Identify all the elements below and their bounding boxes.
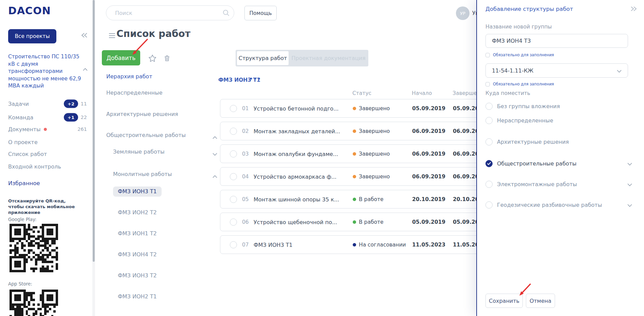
status-dot-icon — [353, 130, 356, 133]
row-status: Завершено — [359, 105, 390, 112]
required-hint: Обязательно для заполнения — [485, 53, 554, 57]
document-select[interactable]: 11-54-1.11-КЖ — [485, 63, 628, 78]
chevron-down-icon[interactable] — [627, 160, 632, 167]
tree-item[interactable]: ФМЗ ИОН4 Т2 — [118, 250, 157, 260]
sidebar-scrollbar-thumb[interactable] — [93, 0, 95, 262]
table-row[interactable]: 03 Монтаж опалубки фундаме... Завершено … — [220, 144, 495, 163]
trash-icon[interactable] — [163, 54, 171, 64]
row-start-date: 06.09.2019 — [412, 151, 445, 157]
search-input[interactable] — [106, 5, 234, 20]
tree-item[interactable]: Нераспределенные — [106, 88, 162, 98]
tree-item[interactable]: ФМЗ ИОН2 Т2 — [118, 208, 157, 218]
tree-item[interactable]: Общестроительные работы — [106, 130, 186, 140]
row-work-name: ФМЗ ИОН3 Т1 — [254, 241, 293, 248]
count: 11 — [73, 101, 87, 106]
user-avatar[interactable]: УР — [456, 6, 470, 20]
tree-item[interactable]: Монолитные работы — [113, 169, 172, 179]
chevron-down-icon[interactable] — [627, 202, 632, 208]
row-select-radio[interactable] — [230, 218, 237, 225]
panel-collapse-icon[interactable] — [630, 6, 637, 13]
tree-item[interactable]: ФМЗ ИОН3 Т1 — [113, 186, 162, 197]
tree-item[interactable]: ФМЗ ИОН2 Т1 — [118, 292, 157, 302]
chevron-up-icon[interactable] — [83, 66, 88, 72]
chevron-down-icon[interactable] — [627, 181, 632, 187]
placement-option[interactable]: Электромонтажные работы — [485, 179, 636, 189]
row-start-date: 06.09.2019 — [412, 128, 445, 134]
tree-item[interactable]: Архитектурные решения — [106, 109, 178, 119]
placement-option-label: Архитектурные решения — [497, 139, 569, 145]
row-select-radio[interactable] — [230, 196, 237, 203]
table-row[interactable]: 06 Устройство щебеночной по... В работе … — [220, 213, 495, 231]
row-select-radio[interactable] — [230, 127, 237, 135]
radio-icon[interactable] — [485, 138, 493, 145]
status-dot-icon — [353, 175, 356, 178]
sidebar-item[interactable]: О проекте — [8, 138, 87, 146]
sidebar-item-label: Список работ — [8, 151, 47, 157]
row-work-name: Устройство армокаркаса ф... — [254, 173, 336, 180]
radio-icon[interactable] — [485, 103, 493, 110]
tree-item[interactable]: ФМЗ ИОН1 Т2 — [118, 229, 157, 239]
qr-hint-text: Отсканируйте QR-код, чтобы скачать мобил… — [8, 198, 78, 215]
row-number: 04 — [242, 174, 249, 180]
help-button[interactable]: Помощь — [244, 6, 277, 20]
column-header-start: Начало — [412, 90, 432, 96]
table-row[interactable]: 07 ФМЗ ИОН3 Т1 На согласовании 11.05.202… — [220, 235, 495, 254]
radio-selected-icon[interactable] — [485, 160, 493, 167]
row-select-radio[interactable] — [230, 241, 237, 248]
tab-project-documentation[interactable]: Проектная документация — [289, 50, 368, 66]
status-dot-icon — [353, 107, 356, 110]
count: 22 — [73, 115, 87, 120]
placement-option[interactable]: Архитектурные решения — [485, 137, 636, 147]
project-title-link[interactable]: Строительство ПС 110/35 кВ с двумя транс… — [8, 53, 81, 90]
menu-icon[interactable] — [109, 33, 115, 40]
chevron-up-icon[interactable] — [213, 173, 217, 179]
sidebar-item[interactable]: Список работ — [8, 150, 87, 158]
placement-option[interactable]: Общестроительные работы — [485, 158, 636, 169]
placement-option-label: Без группы вложения — [497, 103, 560, 110]
tab-work-structure[interactable]: Структура работ — [237, 51, 289, 65]
placement-option[interactable]: Нераспределенные — [485, 115, 636, 125]
row-number: 07 — [242, 242, 249, 248]
sidebar-collapse-icon[interactable] — [81, 33, 88, 39]
placement-option[interactable]: Геодезические разбивочные работы — [485, 200, 636, 210]
place-label: Куда поместить — [485, 90, 530, 96]
placement-option-label: Нераспределенные — [497, 117, 553, 124]
radio-icon[interactable] — [485, 181, 493, 188]
add-button[interactable]: Добавить — [102, 50, 140, 65]
table-row[interactable]: 01 Устройство бетонной подго... Завершен… — [220, 99, 495, 118]
sidebar-item[interactable]: Входной контроль — [8, 162, 87, 171]
radio-icon[interactable] — [485, 201, 493, 209]
group-actions-menu[interactable]: ••• — [250, 76, 261, 82]
table-row[interactable]: 05 Монтаж шинной опоры 35 к... В работе … — [220, 190, 495, 209]
all-projects-button[interactable]: Все проекты — [8, 29, 56, 43]
tree-item[interactable]: ФМЗ ИОН3 Т2 — [118, 271, 157, 281]
sidebar-item[interactable]: Команда+122 — [8, 113, 87, 122]
table-row[interactable]: 04 Устройство армокаркаса ф... Завершено… — [220, 167, 495, 186]
required-hint: Обязательно для заполнения — [485, 82, 554, 86]
column-header-status: Статус — [352, 90, 371, 96]
row-start-date: 20.10.2019 — [412, 196, 445, 202]
status-dot-icon — [353, 220, 356, 224]
star-icon[interactable] — [148, 54, 157, 64]
cancel-button[interactable]: Отмена — [526, 294, 555, 308]
sidebar-item-favorites[interactable]: Избранное — [8, 180, 40, 186]
sidebar-item[interactable]: Документы261 — [8, 125, 87, 134]
table-row[interactable]: 02 Монтаж закладных деталей... Завершено… — [220, 122, 495, 140]
chevron-down-icon[interactable] — [213, 151, 217, 157]
row-select-radio[interactable] — [230, 173, 237, 180]
tree-item[interactable]: Земляные работы — [113, 147, 165, 157]
row-number: 06 — [242, 219, 249, 225]
status-dot-icon — [353, 198, 356, 201]
row-work-name: Монтаж опалубки фундаме... — [254, 151, 338, 157]
save-button[interactable]: Сохранить — [485, 294, 523, 308]
row-select-radio[interactable] — [230, 105, 237, 112]
group-name-input[interactable] — [485, 34, 628, 48]
dacon-logo: DACON — [8, 5, 51, 17]
chevron-up-icon[interactable] — [213, 134, 217, 140]
placement-option[interactable]: Без группы вложения — [485, 101, 636, 111]
row-select-radio[interactable] — [230, 150, 237, 157]
sidebar: DACON Все проекты Строительство ПС 110/3… — [0, 0, 92, 316]
page-title: Список работ — [116, 28, 190, 39]
sidebar-item[interactable]: Задачи+211 — [8, 99, 87, 108]
radio-icon[interactable] — [485, 117, 493, 124]
